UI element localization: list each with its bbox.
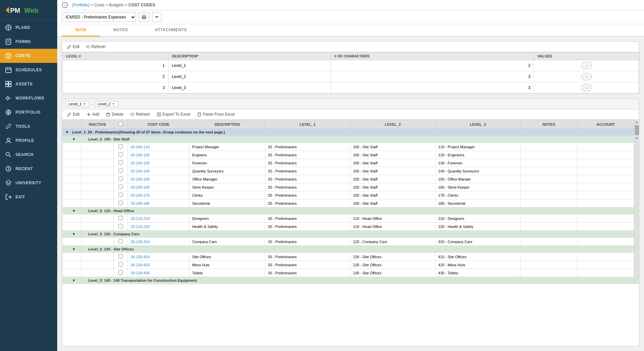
sidebar-item-search[interactable]: SEARCH <box>0 148 57 162</box>
row-code[interactable]: 20-120-310 <box>128 238 189 246</box>
sidebar-item-workflows[interactable]: WORKFLOWS <box>0 91 57 105</box>
row-select-checkbox[interactable] <box>118 224 123 228</box>
cost-code-link[interactable]: 20-100-120 <box>131 153 149 157</box>
row-code[interactable]: 20-100-170 <box>128 191 189 199</box>
sidebar-item-plans[interactable]: PLANS <box>0 21 57 35</box>
row-select-checkbox[interactable] <box>118 270 123 275</box>
cc-add-button[interactable]: Add <box>85 111 101 117</box>
levels-edit-button[interactable]: Edit <box>66 44 81 50</box>
row-desc: Clerks <box>189 191 265 199</box>
row-code[interactable]: 20-100-130 <box>128 159 189 167</box>
row-code[interactable]: 20-100-110 <box>128 143 189 151</box>
cost-code-link[interactable]: 20-100-160 <box>131 185 149 189</box>
subgroup-expand[interactable]: ▼ <box>63 246 81 253</box>
sidebar-item-tools[interactable]: TOOLS <box>0 119 57 133</box>
row-code[interactable]: 20-100-180 <box>128 199 189 207</box>
level-values-button[interactable]: ··· <box>581 73 592 80</box>
row-select-checkbox[interactable] <box>118 168 123 173</box>
row-checkbox <box>114 223 128 231</box>
scroll-up-arrow[interactable]: ▲ <box>635 120 639 124</box>
col-inactive: INACTIVE <box>81 120 114 129</box>
row-select-checkbox[interactable] <box>118 262 123 267</box>
cost-code-link[interactable]: 20-100-140 <box>131 169 149 173</box>
cost-code-link[interactable]: 20-130-420 <box>131 263 149 267</box>
breadcrumb-portfolio[interactable]: (Portfolio) <box>72 3 90 7</box>
subgroup-expand[interactable]: ▼ <box>63 207 81 214</box>
cost-code-link[interactable]: 20-120-310 <box>131 240 149 244</box>
row-select-checkbox[interactable] <box>118 193 123 197</box>
filter-level2-remove[interactable]: ▼ <box>112 102 115 106</box>
cost-code-link[interactable]: 20-130-410 <box>131 255 149 259</box>
group-collapse-icon[interactable]: ▼ <box>65 130 69 134</box>
trailing-expand[interactable]: ▼ <box>63 277 81 284</box>
filter-level1-remove[interactable]: ▼ <box>83 102 86 106</box>
levels-refresh-button[interactable]: Refresh <box>84 44 107 50</box>
cc-paste-button[interactable]: Paste From Excel <box>196 111 236 117</box>
sidebar-item-university[interactable]: UNIVERSITY <box>0 176 57 190</box>
sidebar-item-workflows-label: WORKFLOWS <box>15 96 44 101</box>
sidebar-item-costs[interactable]: $ COSTS <box>0 49 57 63</box>
cc-delete-button[interactable]: Delete <box>105 111 125 117</box>
row-select-checkbox[interactable] <box>118 201 123 205</box>
row-select-checkbox[interactable] <box>118 144 123 149</box>
level-values-button[interactable]: ··· <box>581 62 592 69</box>
cc-export-button[interactable]: Export To Excel <box>155 111 192 117</box>
filter-level2[interactable]: Level_2 ▼ <box>95 101 118 107</box>
cost-code-link[interactable]: 20-100-110 <box>131 145 149 149</box>
vertical-scrollbar[interactable]: ▲ ▼ <box>634 120 639 284</box>
sidebar-item-profile[interactable]: PROFILE <box>0 133 57 148</box>
row-code[interactable]: 20-100-140 <box>128 167 189 175</box>
row-code[interactable]: 20-130-410 <box>128 253 189 261</box>
filter-level1[interactable]: Level_1 ▼ <box>66 101 89 107</box>
row-select-checkbox[interactable] <box>118 216 123 220</box>
project-dropdown[interactable]: ICMS02 - Preliminaries Expenses <box>62 12 136 22</box>
row-select-checkbox[interactable] <box>118 254 123 259</box>
sidebar-item-exit[interactable]: EXIT <box>0 190 57 204</box>
subgroup-expand[interactable]: ▼ <box>63 136 81 143</box>
dropdown-arrow-button[interactable] <box>152 12 162 22</box>
row-l3: 220 - Health & Safety <box>435 223 521 231</box>
row-inactive <box>81 253 114 261</box>
row-select-checkbox[interactable] <box>118 177 123 181</box>
sidebar-item-forms[interactable]: FORMS <box>0 35 57 49</box>
tab-attachments[interactable]: ATTACHMENTS <box>142 24 201 37</box>
select-all-checkbox[interactable] <box>118 122 123 126</box>
row-code[interactable]: 20-100-160 <box>128 183 189 191</box>
tab-main[interactable]: MAIN <box>62 24 100 37</box>
main-content: i (Portfolio) > Costs > Budgets > COST C… <box>57 0 644 351</box>
sidebar-item-recent[interactable]: RECENT <box>0 162 57 176</box>
cc-edit-button[interactable]: Edit <box>66 111 81 117</box>
cost-code-link[interactable]: 20-100-170 <box>131 193 149 197</box>
cost-code-link[interactable]: 20-100-130 <box>131 161 149 165</box>
cost-code-link[interactable]: 20-100-150 <box>131 177 149 181</box>
row-code[interactable]: 20-110-210 <box>128 214 189 223</box>
cc-refresh-button[interactable]: Refresh <box>129 111 151 117</box>
sidebar-item-schedules[interactable]: SCHEDULES <box>0 63 57 77</box>
row-inactive <box>81 151 114 159</box>
row-checkbox <box>114 175 128 183</box>
row-code[interactable]: 20-130-430 <box>128 269 189 277</box>
cost-code-link[interactable]: 20-110-210 <box>131 217 149 221</box>
cost-code-link[interactable]: 20-110-220 <box>131 225 149 229</box>
row-select-checkbox[interactable] <box>118 185 123 189</box>
row-code[interactable]: 20-110-220 <box>128 223 189 231</box>
levels-col-desc: DESCRIPTION* <box>168 52 331 60</box>
print-button[interactable] <box>139 12 149 22</box>
row-account <box>577 175 634 183</box>
row-code[interactable]: 20-100-120 <box>128 151 189 159</box>
row-select-checkbox[interactable] <box>118 160 123 165</box>
tab-notes[interactable]: NOTES <box>100 24 142 37</box>
level-values-button[interactable]: ··· <box>581 84 592 91</box>
subgroup-expand[interactable]: ▼ <box>63 231 81 238</box>
row-select-checkbox[interactable] <box>118 152 123 157</box>
cost-code-link[interactable]: 20-130-430 <box>131 271 149 275</box>
row-inactive <box>81 223 114 231</box>
sidebar-item-portfolio[interactable]: PORTFOLIO <box>0 105 57 119</box>
sidebar-item-assets[interactable]: ASSETS <box>0 77 57 91</box>
row-code[interactable]: 20-100-150 <box>128 175 189 183</box>
cost-code-link[interactable]: 20-100-180 <box>131 201 149 205</box>
scroll-thumb[interactable] <box>635 125 639 135</box>
row-code[interactable]: 20-130-420 <box>128 261 189 269</box>
row-select-checkbox[interactable] <box>118 239 123 243</box>
scroll-down-arrow[interactable]: ▼ <box>635 136 639 141</box>
